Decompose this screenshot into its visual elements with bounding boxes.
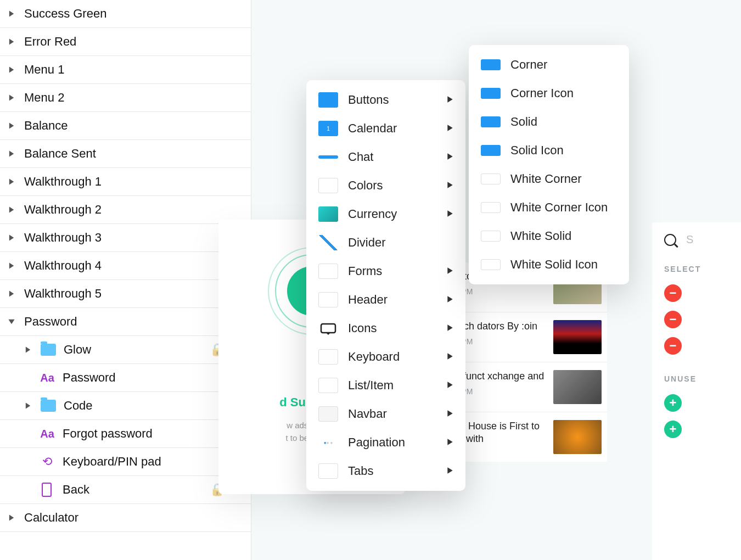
menu-item-list-item[interactable]: List/Item	[306, 371, 465, 400]
layer-walkthrough-1[interactable]: Walkthrough 1	[0, 168, 251, 196]
chevron-right-icon	[8, 514, 15, 522]
menu-item-label: Tabs	[348, 464, 373, 478]
layer-label: Success Green	[24, 7, 106, 21]
chevron-right-icon	[447, 124, 453, 133]
layer-balance-sent[interactable]: Balance Sent	[0, 140, 251, 168]
chevron-down-icon	[8, 318, 15, 326]
thumb-icon: ● ● ●	[318, 435, 338, 450]
menu-item-forms[interactable]: Forms	[306, 257, 465, 285]
layer-forgot-password[interactable]: Aa Forgot password	[0, 420, 251, 448]
thumb-icon	[318, 463, 338, 479]
submenu-item-solid[interactable]: Solid	[469, 108, 629, 136]
rectangle-icon	[42, 483, 52, 497]
news-thumbnail	[553, 420, 602, 454]
submenu-item-solid-icon[interactable]: Solid Icon	[469, 136, 629, 165]
layers-panel: Success Green Error Red Menu 1 Menu 2 Ba…	[0, 0, 251, 560]
layer-back[interactable]: Back 🔒	[0, 476, 251, 504]
add-button[interactable]: +	[664, 421, 682, 438]
layer-password-text[interactable]: Aa Password	[0, 364, 251, 392]
submenu-item-white-corner-icon[interactable]: White Corner Icon	[469, 193, 629, 222]
layer-label: Walkthrough 1	[24, 175, 102, 189]
chevron-right-icon	[447, 153, 453, 162]
layer-glow[interactable]: Glow 🔒	[0, 336, 251, 364]
selected-label: SELECT	[664, 265, 741, 273]
layer-code[interactable]: Code	[0, 392, 251, 420]
layer-label: Code	[64, 399, 93, 413]
submenu-item-corner[interactable]: Corner	[469, 51, 629, 79]
symbol-icon: ⟲	[40, 455, 55, 469]
menu-item-tabs[interactable]: Tabs	[306, 457, 465, 485]
menu-item-navbar[interactable]: Navbar	[306, 400, 465, 428]
news-thumbnail	[553, 370, 602, 404]
thumb-icon	[318, 264, 338, 279]
layer-keyboard-pin[interactable]: ⟲ Keyboard/PIN pad	[0, 448, 251, 476]
menu-item-pagination[interactable]: ● ● ●Pagination	[306, 428, 465, 457]
chevron-right-icon	[8, 94, 15, 102]
folder-icon	[41, 400, 56, 412]
svg-marker-26	[447, 382, 452, 388]
layer-walkthrough-4[interactable]: Walkthrough 4	[0, 252, 251, 280]
chevron-right-icon	[8, 234, 15, 242]
submenu-item-corner-icon[interactable]: Corner Icon	[469, 79, 629, 108]
chevron-right-icon	[447, 181, 453, 191]
add-button[interactable]: +	[664, 394, 682, 412]
menu-item-divider[interactable]: Divider	[306, 228, 465, 257]
thumb-icon	[318, 92, 338, 108]
chevron-right-icon	[447, 267, 453, 276]
layer-walkthrough-5[interactable]: Walkthrough 5	[0, 280, 251, 308]
layer-error-red[interactable]: Error Red	[0, 28, 251, 56]
menu-item-label: Header	[348, 293, 388, 307]
layer-balance[interactable]: Balance	[0, 112, 251, 140]
svg-marker-5	[9, 150, 14, 156]
layer-success-green[interactable]: Success Green	[0, 0, 251, 28]
submenu-item-white-solid-icon[interactable]: White Solid Icon	[469, 250, 629, 279]
svg-marker-2	[9, 66, 14, 72]
menu-item-keyboard[interactable]: Keyboard	[306, 343, 465, 371]
menu-item-currency[interactable]: Currency	[306, 200, 465, 228]
layer-label: Password	[63, 371, 116, 385]
menu-item-header[interactable]: Header	[306, 285, 465, 314]
layer-menu-1[interactable]: Menu 1	[0, 56, 251, 84]
submenu-item-label: Solid Icon	[510, 143, 564, 158]
layer-password[interactable]: Password	[0, 308, 251, 336]
layer-label: Walkthrough 4	[24, 259, 102, 273]
svg-marker-4	[9, 122, 14, 128]
news-thumbnail	[553, 320, 602, 354]
svg-marker-16	[447, 125, 452, 131]
thumb-icon	[318, 235, 338, 250]
layer-walkthrough-3[interactable]: Walkthrough 3	[0, 224, 251, 252]
menu-item-label: Pagination	[348, 435, 405, 450]
search-row[interactable]: S	[664, 233, 741, 246]
submenu-buttons: CornerCorner IconSolidSolid IconWhite Co…	[469, 45, 629, 284]
layer-label: Menu 2	[24, 91, 64, 105]
menu-item-chat[interactable]: Chat	[306, 143, 465, 171]
canvas[interactable]: ✓ d Succesfu w ads is not pt to be a rea…	[251, 0, 741, 560]
chevron-right-icon	[447, 210, 453, 219]
remove-button[interactable]: −	[664, 311, 682, 328]
layer-calculator[interactable]: Calculator	[0, 504, 251, 532]
menu-item-label: Divider	[348, 236, 385, 250]
chevron-right-icon	[8, 38, 15, 46]
remove-button[interactable]: −	[664, 284, 682, 302]
menu-item-calendar[interactable]: 1Calendar	[306, 114, 465, 143]
menu-item-buttons[interactable]: Buttons	[306, 86, 465, 114]
menu-item-label: Colors	[348, 178, 383, 193]
menu-item-label: Icons	[348, 321, 377, 335]
menu-item-colors[interactable]: Colors	[306, 171, 465, 200]
chevron-right-icon	[8, 262, 15, 270]
thumb-icon	[318, 178, 338, 193]
layer-menu-2[interactable]: Menu 2	[0, 84, 251, 112]
search-placeholder: S	[686, 233, 693, 246]
layer-label: Walkthrough 5	[24, 287, 102, 301]
submenu-item-white-solid[interactable]: White Solid	[469, 222, 629, 250]
svg-marker-11	[8, 320, 14, 324]
layer-label: Menu 1	[24, 63, 64, 77]
menu-item-icons[interactable]: Icons	[306, 314, 465, 343]
submenu-item-white-corner[interactable]: White Corner	[469, 165, 629, 193]
chevron-right-icon	[447, 295, 453, 305]
layer-label: Glow	[64, 343, 91, 357]
remove-button[interactable]: −	[664, 337, 682, 355]
chevron-right-icon	[8, 66, 15, 74]
layer-walkthrough-2[interactable]: Walkthrough 2	[0, 196, 251, 224]
menu-item-label: Calendar	[348, 121, 397, 136]
